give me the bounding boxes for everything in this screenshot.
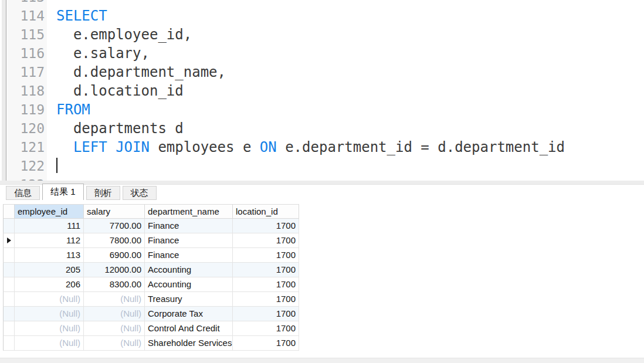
cell-employee_id[interactable]: 111 bbox=[15, 219, 84, 233]
cell-location_id[interactable]: 1700 bbox=[233, 336, 299, 351]
table-row[interactable]: 1127800.00Finance1700 bbox=[3, 233, 299, 248]
cell-employee_id[interactable]: 113 bbox=[15, 248, 84, 263]
table-row[interactable]: (Null)(Null)Control And Credit1700 bbox=[3, 321, 299, 336]
row-selector-cell[interactable] bbox=[3, 263, 15, 277]
cell-employee_id[interactable]: 205 bbox=[15, 263, 84, 277]
cell-employee_id[interactable]: 112 bbox=[15, 233, 84, 248]
cell-department_name[interactable]: Accounting bbox=[145, 263, 233, 277]
code-text[interactable]: e.salary, bbox=[45, 44, 150, 63]
cell-location_id[interactable]: 1700 bbox=[233, 277, 299, 292]
current-row-marker-icon bbox=[7, 238, 11, 243]
current-row-marker-cell[interactable] bbox=[3, 233, 15, 248]
row-selector-cell[interactable] bbox=[3, 307, 15, 321]
table-row[interactable]: (Null)(Null)Shareholder Services1700 bbox=[3, 336, 299, 351]
code-line[interactable]: 122 bbox=[0, 157, 644, 175]
column-header-employee_id[interactable]: employee_id bbox=[15, 204, 84, 219]
code-text[interactable] bbox=[45, 157, 57, 175]
code-line[interactable]: 117 d.department_name, bbox=[0, 63, 644, 82]
code-text[interactable]: e.employee_id, bbox=[45, 25, 192, 44]
column-header-department_name[interactable]: department_name bbox=[145, 204, 233, 219]
pane-splitter[interactable] bbox=[0, 181, 644, 185]
sql-editor[interactable]: 113114SELECT115 e.employee_id,116 e.sala… bbox=[0, 0, 644, 181]
cell-location_id[interactable]: 1700 bbox=[233, 292, 299, 307]
cell-employee_id[interactable]: 206 bbox=[15, 277, 84, 292]
row-selector-header[interactable] bbox=[3, 204, 15, 219]
sql-keyword: SELECT bbox=[56, 8, 107, 24]
cell-location_id[interactable]: 1700 bbox=[233, 263, 299, 277]
code-text[interactable] bbox=[45, 175, 56, 181]
table-row[interactable]: (Null)(Null)Corporate Tax1700 bbox=[3, 307, 299, 321]
cell-salary[interactable]: (Null) bbox=[84, 292, 145, 307]
sql-keyword: LEFT JOIN bbox=[73, 139, 150, 155]
cell-department_name[interactable]: Finance bbox=[145, 233, 233, 248]
code-text[interactable]: departments d bbox=[45, 119, 184, 138]
row-selector-cell[interactable] bbox=[3, 248, 15, 263]
cell-department_name[interactable]: Accounting bbox=[145, 277, 233, 292]
cell-employee_id[interactable]: (Null) bbox=[15, 292, 84, 307]
table-row[interactable]: 2068300.00Accounting1700 bbox=[3, 277, 299, 292]
cell-department_name[interactable]: Control And Credit bbox=[145, 321, 233, 336]
cell-employee_id[interactable]: (Null) bbox=[15, 336, 84, 351]
cell-salary[interactable]: (Null) bbox=[84, 321, 145, 336]
line-number: 120 bbox=[0, 119, 45, 138]
cell-department_name[interactable]: Finance bbox=[145, 219, 233, 233]
tab-info[interactable]: 信息 bbox=[6, 186, 40, 200]
code-line[interactable]: 121 LEFT JOIN employees e ON e.departmen… bbox=[0, 138, 644, 157]
cell-employee_id[interactable]: (Null) bbox=[15, 321, 84, 336]
cell-employee_id[interactable]: (Null) bbox=[15, 307, 84, 321]
cell-salary[interactable]: 7800.00 bbox=[84, 233, 145, 248]
code-text[interactable]: SELECT bbox=[45, 6, 107, 25]
column-header-salary[interactable]: salary bbox=[84, 204, 145, 219]
cell-department_name[interactable]: Finance bbox=[145, 248, 233, 263]
text-caret bbox=[56, 158, 57, 173]
cell-salary[interactable]: (Null) bbox=[84, 307, 145, 321]
code-text[interactable] bbox=[45, 0, 56, 6]
code-text[interactable]: LEFT JOIN employees e ON e.department_id… bbox=[45, 138, 565, 157]
cell-location_id[interactable]: 1700 bbox=[233, 307, 299, 321]
cell-location_id[interactable]: 1700 bbox=[233, 219, 299, 233]
code-line[interactable]: 123 bbox=[0, 175, 644, 181]
column-header-location_id[interactable]: location_id bbox=[233, 204, 299, 219]
line-number: 123 bbox=[0, 175, 45, 181]
cell-location_id[interactable]: 1700 bbox=[233, 233, 299, 248]
cell-location_id[interactable]: 1700 bbox=[233, 248, 299, 263]
row-selector-cell[interactable] bbox=[3, 219, 15, 233]
table-row[interactable]: (Null)(Null)Treasury1700 bbox=[3, 292, 299, 307]
cell-salary[interactable]: 7700.00 bbox=[84, 219, 145, 233]
horizontal-scrollbar-track[interactable] bbox=[0, 358, 644, 363]
code-line[interactable]: 119FROM bbox=[0, 100, 644, 119]
cell-salary[interactable]: 8300.00 bbox=[84, 277, 145, 292]
tab-profile[interactable]: 剖析 bbox=[86, 186, 120, 200]
sql-plain-text: d.department_name, bbox=[56, 64, 226, 80]
code-line[interactable]: 113 bbox=[0, 0, 644, 6]
row-selector-cell[interactable] bbox=[3, 321, 15, 336]
cell-salary[interactable]: (Null) bbox=[84, 336, 145, 351]
code-text[interactable]: FROM bbox=[45, 100, 90, 119]
cell-department_name[interactable]: Corporate Tax bbox=[145, 307, 233, 321]
code-line[interactable]: 115 e.employee_id, bbox=[0, 25, 644, 44]
code-line[interactable]: 120 departments d bbox=[0, 119, 644, 138]
row-selector-cell[interactable] bbox=[3, 292, 15, 307]
table-row[interactable]: 1136900.00Finance1700 bbox=[3, 248, 299, 263]
null-value: (Null) bbox=[120, 338, 141, 348]
line-number: 118 bbox=[0, 82, 45, 100]
row-selector-cell[interactable] bbox=[3, 336, 15, 351]
code-text[interactable]: d.location_id bbox=[45, 82, 184, 100]
code-line[interactable]: 114SELECT bbox=[0, 6, 644, 25]
sql-plain-text: e.employee_id, bbox=[56, 26, 192, 43]
cell-department_name[interactable]: Treasury bbox=[145, 292, 233, 307]
tab-result-1[interactable]: 结果 1 bbox=[42, 184, 84, 200]
row-selector-cell[interactable] bbox=[3, 277, 15, 292]
tab-status[interactable]: 状态 bbox=[123, 186, 157, 200]
cell-salary[interactable]: 6900.00 bbox=[84, 248, 145, 263]
cell-location_id[interactable]: 1700 bbox=[233, 321, 299, 336]
table-row[interactable]: 20512000.00Accounting1700 bbox=[3, 263, 299, 277]
cell-department_name[interactable]: Shareholder Services bbox=[145, 336, 233, 351]
table-row[interactable]: 1117700.00Finance1700 bbox=[3, 219, 299, 233]
code-text[interactable]: d.department_name, bbox=[45, 63, 226, 82]
sql-plain-text: e.salary, bbox=[56, 45, 150, 62]
code-line[interactable]: 118 d.location_id bbox=[0, 82, 644, 100]
code-line[interactable]: 116 e.salary, bbox=[0, 44, 644, 63]
cell-salary[interactable]: 12000.00 bbox=[84, 263, 145, 277]
null-value: (Null) bbox=[59, 308, 80, 318]
